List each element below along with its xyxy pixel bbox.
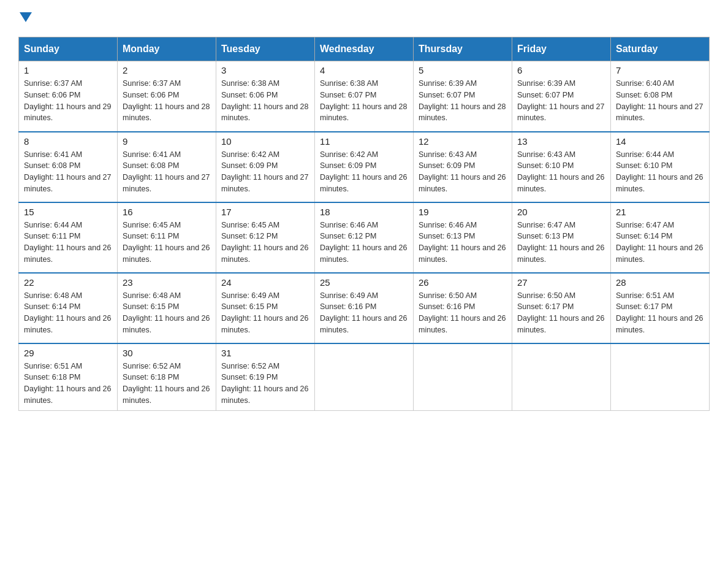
logo-triangle-icon xyxy=(20,12,32,22)
day-info: Sunrise: 6:38 AMSunset: 6:07 PMDaylight:… xyxy=(320,78,408,124)
day-info: Sunrise: 6:50 AMSunset: 6:16 PMDaylight:… xyxy=(419,290,507,336)
day-number: 18 xyxy=(320,207,408,217)
day-info: Sunrise: 6:39 AMSunset: 6:07 PMDaylight:… xyxy=(517,78,605,124)
calendar-cell: 6Sunrise: 6:39 AMSunset: 6:07 PMDaylight… xyxy=(512,61,611,132)
day-info: Sunrise: 6:39 AMSunset: 6:07 PMDaylight:… xyxy=(419,78,507,124)
day-number: 10 xyxy=(221,136,309,147)
day-number: 4 xyxy=(320,65,408,75)
calendar-cell xyxy=(512,343,611,411)
day-info: Sunrise: 6:41 AMSunset: 6:08 PMDaylight:… xyxy=(123,149,211,195)
calendar-cell: 11Sunrise: 6:42 AMSunset: 6:09 PMDayligh… xyxy=(315,132,414,202)
calendar-cell: 21Sunrise: 6:47 AMSunset: 6:14 PMDayligh… xyxy=(611,202,710,273)
calendar-cell: 14Sunrise: 6:44 AMSunset: 6:10 PMDayligh… xyxy=(611,132,710,202)
calendar-cell: 2Sunrise: 6:37 AMSunset: 6:06 PMDaylight… xyxy=(118,61,216,132)
day-number: 26 xyxy=(419,277,507,288)
day-info: Sunrise: 6:50 AMSunset: 6:17 PMDaylight:… xyxy=(517,290,605,336)
day-info: Sunrise: 6:42 AMSunset: 6:09 PMDaylight:… xyxy=(221,149,309,195)
day-number: 23 xyxy=(123,277,211,288)
day-number: 12 xyxy=(419,136,507,147)
calendar-week-row: 29Sunrise: 6:51 AMSunset: 6:18 PMDayligh… xyxy=(19,343,710,411)
day-info: Sunrise: 6:49 AMSunset: 6:16 PMDaylight:… xyxy=(320,290,408,336)
day-number: 6 xyxy=(517,65,605,75)
day-info: Sunrise: 6:44 AMSunset: 6:10 PMDaylight:… xyxy=(616,149,704,195)
header-thursday: Thursday xyxy=(414,37,512,61)
header-monday: Monday xyxy=(118,37,216,61)
page-header xyxy=(18,12,710,26)
day-number: 30 xyxy=(123,348,211,358)
day-info: Sunrise: 6:37 AMSunset: 6:06 PMDaylight:… xyxy=(24,78,112,124)
day-info: Sunrise: 6:38 AMSunset: 6:06 PMDaylight:… xyxy=(221,78,309,124)
header-sunday: Sunday xyxy=(19,37,118,61)
day-number: 3 xyxy=(221,65,309,75)
day-info: Sunrise: 6:52 AMSunset: 6:19 PMDaylight:… xyxy=(221,361,309,407)
calendar-cell: 22Sunrise: 6:48 AMSunset: 6:14 PMDayligh… xyxy=(19,273,118,343)
day-number: 19 xyxy=(419,207,507,217)
calendar-week-row: 22Sunrise: 6:48 AMSunset: 6:14 PMDayligh… xyxy=(19,273,710,343)
day-info: Sunrise: 6:44 AMSunset: 6:11 PMDaylight:… xyxy=(24,220,112,266)
day-number: 31 xyxy=(221,348,309,358)
day-number: 13 xyxy=(517,136,605,147)
day-number: 29 xyxy=(24,348,112,358)
calendar-week-row: 8Sunrise: 6:41 AMSunset: 6:08 PMDaylight… xyxy=(19,132,710,202)
header-tuesday: Tuesday xyxy=(216,37,315,61)
calendar-cell: 16Sunrise: 6:45 AMSunset: 6:11 PMDayligh… xyxy=(118,202,216,273)
calendar-cell: 13Sunrise: 6:43 AMSunset: 6:10 PMDayligh… xyxy=(512,132,611,202)
calendar-cell: 20Sunrise: 6:47 AMSunset: 6:13 PMDayligh… xyxy=(512,202,611,273)
day-info: Sunrise: 6:47 AMSunset: 6:13 PMDaylight:… xyxy=(517,220,605,266)
day-info: Sunrise: 6:51 AMSunset: 6:17 PMDaylight:… xyxy=(616,290,704,336)
calendar-cell: 17Sunrise: 6:45 AMSunset: 6:12 PMDayligh… xyxy=(216,202,315,273)
day-number: 1 xyxy=(24,65,112,75)
day-number: 25 xyxy=(320,277,408,288)
day-number: 21 xyxy=(616,207,704,217)
calendar-cell xyxy=(315,343,414,411)
day-number: 27 xyxy=(517,277,605,288)
day-info: Sunrise: 6:46 AMSunset: 6:12 PMDaylight:… xyxy=(320,220,408,266)
day-number: 15 xyxy=(24,207,112,217)
day-info: Sunrise: 6:40 AMSunset: 6:08 PMDaylight:… xyxy=(616,78,704,124)
day-number: 22 xyxy=(24,277,112,288)
calendar-cell: 19Sunrise: 6:46 AMSunset: 6:13 PMDayligh… xyxy=(414,202,512,273)
day-info: Sunrise: 6:45 AMSunset: 6:11 PMDaylight:… xyxy=(123,220,211,266)
day-number: 17 xyxy=(221,207,309,217)
calendar-cell: 8Sunrise: 6:41 AMSunset: 6:08 PMDaylight… xyxy=(19,132,118,202)
header-friday: Friday xyxy=(512,37,611,61)
calendar-cell: 25Sunrise: 6:49 AMSunset: 6:16 PMDayligh… xyxy=(315,273,414,343)
header-row: SundayMondayTuesdayWednesdayThursdayFrid… xyxy=(19,37,710,61)
calendar-cell: 28Sunrise: 6:51 AMSunset: 6:17 PMDayligh… xyxy=(611,273,710,343)
calendar-cell xyxy=(414,343,512,411)
day-number: 5 xyxy=(419,65,507,75)
day-info: Sunrise: 6:46 AMSunset: 6:13 PMDaylight:… xyxy=(419,220,507,266)
day-info: Sunrise: 6:37 AMSunset: 6:06 PMDaylight:… xyxy=(123,78,211,124)
calendar-cell: 12Sunrise: 6:43 AMSunset: 6:09 PMDayligh… xyxy=(414,132,512,202)
calendar-cell: 27Sunrise: 6:50 AMSunset: 6:17 PMDayligh… xyxy=(512,273,611,343)
calendar-cell: 18Sunrise: 6:46 AMSunset: 6:12 PMDayligh… xyxy=(315,202,414,273)
calendar-cell: 5Sunrise: 6:39 AMSunset: 6:07 PMDaylight… xyxy=(414,61,512,132)
day-info: Sunrise: 6:48 AMSunset: 6:14 PMDaylight:… xyxy=(24,290,112,336)
logo xyxy=(18,12,32,26)
calendar-cell: 23Sunrise: 6:48 AMSunset: 6:15 PMDayligh… xyxy=(118,273,216,343)
calendar-cell: 24Sunrise: 6:49 AMSunset: 6:15 PMDayligh… xyxy=(216,273,315,343)
calendar-cell: 1Sunrise: 6:37 AMSunset: 6:06 PMDaylight… xyxy=(19,61,118,132)
calendar-cell: 15Sunrise: 6:44 AMSunset: 6:11 PMDayligh… xyxy=(19,202,118,273)
day-info: Sunrise: 6:51 AMSunset: 6:18 PMDaylight:… xyxy=(24,361,112,407)
calendar-cell: 30Sunrise: 6:52 AMSunset: 6:18 PMDayligh… xyxy=(118,343,216,411)
day-number: 28 xyxy=(616,277,704,288)
day-info: Sunrise: 6:47 AMSunset: 6:14 PMDaylight:… xyxy=(616,220,704,266)
day-info: Sunrise: 6:48 AMSunset: 6:15 PMDaylight:… xyxy=(123,290,211,336)
calendar-table: SundayMondayTuesdayWednesdayThursdayFrid… xyxy=(18,37,710,411)
day-number: 20 xyxy=(517,207,605,217)
day-info: Sunrise: 6:42 AMSunset: 6:09 PMDaylight:… xyxy=(320,149,408,195)
calendar-cell: 9Sunrise: 6:41 AMSunset: 6:08 PMDaylight… xyxy=(118,132,216,202)
calendar-week-row: 1Sunrise: 6:37 AMSunset: 6:06 PMDaylight… xyxy=(19,61,710,132)
calendar-week-row: 15Sunrise: 6:44 AMSunset: 6:11 PMDayligh… xyxy=(19,202,710,273)
day-info: Sunrise: 6:45 AMSunset: 6:12 PMDaylight:… xyxy=(221,220,309,266)
day-number: 16 xyxy=(123,207,211,217)
day-number: 8 xyxy=(24,136,112,147)
calendar-cell: 31Sunrise: 6:52 AMSunset: 6:19 PMDayligh… xyxy=(216,343,315,411)
day-info: Sunrise: 6:49 AMSunset: 6:15 PMDaylight:… xyxy=(221,290,309,336)
day-info: Sunrise: 6:43 AMSunset: 6:10 PMDaylight:… xyxy=(517,149,605,195)
calendar-cell: 10Sunrise: 6:42 AMSunset: 6:09 PMDayligh… xyxy=(216,132,315,202)
calendar-cell: 26Sunrise: 6:50 AMSunset: 6:16 PMDayligh… xyxy=(414,273,512,343)
day-number: 24 xyxy=(221,277,309,288)
calendar-cell: 29Sunrise: 6:51 AMSunset: 6:18 PMDayligh… xyxy=(19,343,118,411)
